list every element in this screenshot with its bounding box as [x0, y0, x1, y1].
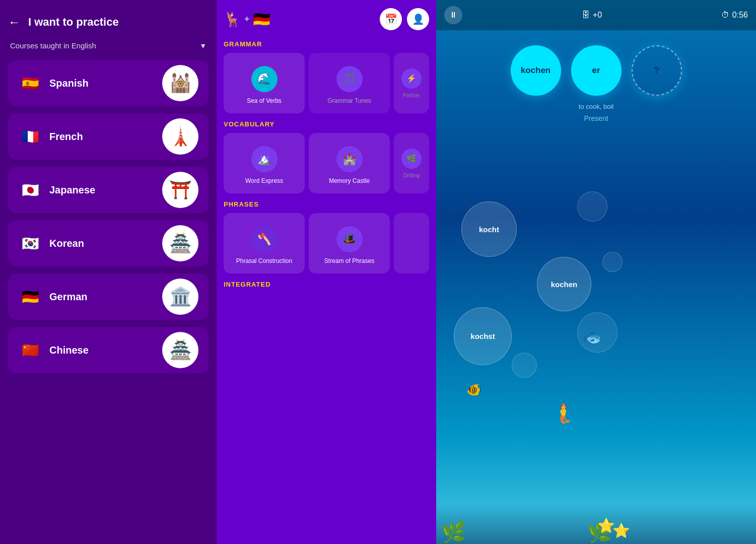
activity-card-sea-of-verbs[interactable]: 🌊 Sea of Verbs [224, 53, 305, 113]
dropdown-label: Courses taught in English [10, 41, 96, 50]
small-fish-icon: 🐠 [466, 383, 482, 397]
plus-icon: + [244, 14, 250, 25]
lang-name-spanish: Spanish [49, 78, 89, 89]
activity-card-memory-castle[interactable]: 🏰 Memory Castle [309, 133, 390, 193]
deco-bubble [577, 191, 607, 222]
lang-left: 🇪🇸 Spanish [18, 71, 89, 95]
partial-icon: 🌿 [401, 149, 422, 169]
landmark-french: 🗼 [162, 118, 198, 155]
coins-icon: 🗄 [582, 11, 590, 20]
profile-button[interactable]: 👤 [407, 8, 429, 30]
activity-sections: GRAMMAR 🌊 Sea of Verbs 🎵 Grammar Tunes ⚡… [224, 40, 429, 288]
activity-card-stream-of-phrases[interactable]: 🎩 Stream of Phrases [309, 213, 390, 274]
flag-spanish: 🇪🇸 [18, 71, 42, 95]
panel1-header: ← I want to practice [8, 10, 209, 29]
activity-grid-vocabulary: 🏔️ Word Express 🏰 Memory Castle 🌿 Drifti… [224, 133, 429, 193]
section-label-integrated: INTEGRATED [224, 281, 429, 288]
partial-icon: ⚡ [401, 69, 422, 89]
float-bubble-kochen[interactable]: kochen [537, 257, 591, 311]
flag-korean: 🇰🇷 [18, 231, 42, 255]
activity-card-grammar-tunes[interactable]: 🎵 Grammar Tunes [309, 53, 390, 113]
lang-card-chinese[interactable]: 🇨🇳 Chinese 🏯 [8, 327, 209, 373]
landmark-chinese: 🏯 [162, 332, 198, 368]
activity-icon-word-express: 🏔️ [251, 146, 278, 172]
lang-name-chinese: Chinese [49, 345, 89, 356]
courses-dropdown[interactable]: Courses taught in English ▼ [8, 41, 209, 50]
timer-display: ⏱ 0:56 [721, 11, 748, 20]
lang-name-french: French [49, 131, 83, 143]
deco-bubble [512, 353, 537, 378]
float-bubble-kocht[interactable]: kocht [461, 201, 517, 257]
float-bubble-kochst[interactable]: kochst [454, 307, 512, 365]
panel2-header: 🦌 + 🇩🇪 📅 👤 [224, 8, 429, 30]
lang-left: 🇨🇳 Chinese [18, 338, 89, 362]
landmark-japanese: ⛩️ [162, 172, 198, 208]
dropdown-arrow-icon: ▼ [199, 42, 207, 50]
pause-icon: ⏸ [449, 11, 457, 20]
section-label-phrases: PHRASES [224, 200, 429, 208]
activity-name: Memory Castle [329, 177, 370, 184]
lang-card-german[interactable]: 🇩🇪 German 🏛️ [8, 274, 209, 320]
flag-japanese: 🇯🇵 [18, 178, 42, 202]
lang-card-french[interactable]: 🇫🇷 French 🗼 [8, 113, 209, 160]
back-button[interactable]: ← [8, 15, 20, 29]
calendar-button[interactable]: 📅 [380, 8, 402, 30]
flag-chinese: 🇨🇳 [18, 338, 42, 362]
mascot-icon: 🦌 [224, 11, 241, 28]
partial-card-2[interactable] [394, 213, 429, 274]
panel1-title: I want to practice [28, 16, 119, 29]
activity-name: Phrasal Construction [236, 257, 292, 264]
game-panel: ⏸ 🗄 +0 ⏱ 0:56 kochen er ? to cook, boil … [436, 0, 756, 544]
lang-name-korean: Korean [49, 238, 84, 249]
deco-bubble [602, 252, 623, 272]
lang-left: 🇫🇷 French [18, 124, 83, 149]
starfish-icon-2: ⭐ [612, 522, 630, 539]
section-label-vocabulary: VOCABULARY [224, 120, 429, 128]
lang-card-japanese[interactable]: 🇯🇵 Japanese ⛩️ [8, 167, 209, 213]
activity-grid-phrases: 🪓 Phrasal Construction 🎩 Stream of Phras… [224, 213, 429, 274]
lang-left: 🇩🇪 German [18, 285, 88, 309]
german-flag-icon: 🇩🇪 [253, 11, 270, 28]
game-top-bar: ⏸ 🗄 +0 ⏱ 0:56 [436, 0, 756, 30]
flag-french: 🇫🇷 [18, 124, 42, 149]
flag-german: 🇩🇪 [18, 285, 42, 309]
pause-button[interactable]: ⏸ [444, 6, 462, 24]
coins-value: +0 [593, 11, 602, 20]
timer-value: 0:56 [732, 11, 748, 20]
lang-name-german: German [49, 291, 88, 303]
lang-name-japanese: Japanese [49, 184, 95, 196]
lang-card-korean[interactable]: 🇰🇷 Korean 🏯 [8, 220, 209, 266]
lang-left: 🇯🇵 Japanese [18, 178, 95, 202]
answer-bubble-er[interactable]: er [571, 45, 622, 96]
timer-icon: ⏱ [721, 11, 729, 20]
activity-icon-memory-castle: 🏰 [336, 146, 363, 172]
activity-name: Word Express [245, 177, 283, 184]
answer-area: kochen er ? [436, 30, 756, 101]
landmark-korean: 🏯 [162, 225, 198, 261]
lang-card-spanish[interactable]: 🇪🇸 Spanish 🕍 [8, 60, 209, 106]
coins-display: 🗄 +0 [582, 11, 602, 20]
answer-bubble-empty[interactable]: ? [632, 45, 682, 96]
mascot-area: 🦌 + 🇩🇪 [224, 11, 270, 28]
section-label-grammar: GRAMMAR [224, 40, 429, 48]
fish-icon: 🐟 [582, 327, 602, 347]
activity-selection-panel: 🦌 + 🇩🇪 📅 👤 GRAMMAR 🌊 Sea of Verbs 🎵 Gram… [217, 0, 436, 544]
language-selection-panel: ← I want to practice Courses taught in E… [0, 0, 217, 544]
language-list: 🇪🇸 Spanish 🕍 🇫🇷 French 🗼 🇯🇵 Japanese ⛩️ … [8, 60, 209, 373]
landmark-german: 🏛️ [162, 279, 198, 315]
lang-left: 🇰🇷 Korean [18, 231, 84, 255]
activity-icon-stream-of-phrases: 🎩 [336, 226, 363, 252]
activity-icon-sea-of-verbs: 🌊 [251, 66, 278, 92]
landmark-spanish: 🕍 [162, 65, 198, 101]
activity-name: Stream of Phrases [324, 257, 374, 264]
partial-card-2[interactable]: ⚡ Particle [394, 53, 429, 113]
answer-bubble-kochen[interactable]: kochen [511, 45, 561, 96]
mermaid-icon: 🧜 [552, 403, 575, 424]
tense-label: Present [436, 114, 756, 122]
activity-card-phrasal-construction[interactable]: 🪓 Phrasal Construction [224, 213, 305, 274]
top-icons: 📅 👤 [380, 8, 429, 30]
activity-name: Sea of Verbs [247, 97, 282, 104]
activity-name: Grammar Tunes [327, 97, 371, 104]
activity-card-word-express[interactable]: 🏔️ Word Express [224, 133, 305, 193]
partial-card-2[interactable]: 🌿 Drifting [394, 133, 429, 193]
